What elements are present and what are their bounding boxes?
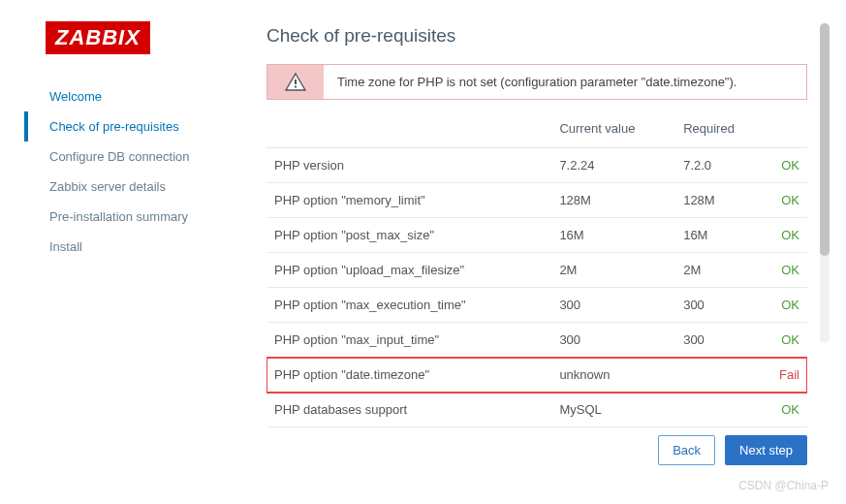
cell-current: 7.2.24 xyxy=(551,148,675,183)
svg-rect-0 xyxy=(295,79,297,84)
cell-required: 300 xyxy=(675,323,771,358)
cell-current: 300 xyxy=(551,288,675,323)
cell-required: 16M xyxy=(675,218,771,253)
table-row: PHP option "post_max_size"16M16MOK xyxy=(266,218,807,253)
table-row: PHP option "max_input_time"300300OK xyxy=(266,323,807,358)
cell-current: unknown xyxy=(551,358,675,393)
cell-status: OK xyxy=(771,253,807,288)
table-row: PHP option "max_execution_time"300300OK xyxy=(266,288,807,323)
cell-status: OK xyxy=(771,218,807,253)
cell-status: OK xyxy=(771,323,807,358)
cell-name: PHP option "max_execution_time" xyxy=(266,288,551,323)
cell-current: 2M xyxy=(551,253,675,288)
col-name xyxy=(266,111,551,148)
cell-required: 2M xyxy=(675,253,771,288)
cell-current: MySQL xyxy=(551,393,675,427)
cell-name: PHP databases support xyxy=(266,393,551,427)
cell-required: 300 xyxy=(675,288,771,323)
table-row: PHP version7.2.247.2.0OK xyxy=(266,148,807,183)
alert-message: Time zone for PHP is not set (configurat… xyxy=(324,65,806,99)
col-required: Required xyxy=(675,111,771,148)
cell-status: OK xyxy=(771,148,807,183)
prerequisites-table: Current value Required PHP version7.2.24… xyxy=(266,111,807,427)
back-button[interactable]: Back xyxy=(658,435,715,465)
col-status xyxy=(771,111,807,148)
scrollbar-thumb[interactable] xyxy=(820,23,830,256)
sidebar-item-5[interactable]: Install xyxy=(24,232,247,262)
cell-name: PHP option "date.timezone" xyxy=(266,358,551,393)
cell-name: PHP option "post_max_size" xyxy=(266,218,551,253)
cell-current: 16M xyxy=(551,218,675,253)
table-row: PHP option "upload_max_filesize"2M2MOK xyxy=(266,253,807,288)
alert-box: Time zone for PHP is not set (configurat… xyxy=(266,64,807,100)
cell-current: 128M xyxy=(551,183,675,218)
cell-status: OK xyxy=(771,288,807,323)
cell-required: 7.2.0 xyxy=(675,148,771,183)
cell-status: OK xyxy=(771,393,807,427)
sidebar-item-0[interactable]: Welcome xyxy=(24,81,247,111)
cell-name: PHP option "max_input_time" xyxy=(266,323,551,358)
svg-rect-1 xyxy=(295,85,297,87)
next-step-button[interactable]: Next step xyxy=(725,435,807,465)
cell-status: OK xyxy=(771,183,807,218)
sidebar-item-3[interactable]: Zabbix server details xyxy=(24,172,247,202)
table-row: PHP option "memory_limit"128M128MOK xyxy=(266,183,807,218)
sidebar-item-2[interactable]: Configure DB connection xyxy=(24,142,247,172)
cell-name: PHP option "upload_max_filesize" xyxy=(266,253,551,288)
cell-required xyxy=(675,358,771,393)
sidebar-item-1[interactable]: Check of pre-requisites xyxy=(24,111,247,142)
table-row: PHP option "date.timezone"unknownFail xyxy=(266,358,807,393)
page-title: Check of pre-requisites xyxy=(266,25,807,47)
watermark: CSDN @China-P xyxy=(738,479,829,492)
col-current: Current value xyxy=(551,111,675,148)
zabbix-logo: ZABBIX xyxy=(46,21,150,54)
cell-required: 128M xyxy=(675,183,771,218)
warning-icon xyxy=(267,65,324,99)
cell-name: PHP version xyxy=(266,148,551,183)
sidebar-item-4[interactable]: Pre-installation summary xyxy=(24,202,247,232)
cell-name: PHP option "memory_limit" xyxy=(266,183,551,218)
scrollbar[interactable] xyxy=(820,23,830,343)
cell-current: 300 xyxy=(551,323,675,358)
cell-required xyxy=(675,393,771,427)
table-row: PHP databases supportMySQLOK xyxy=(266,393,807,427)
cell-status: Fail xyxy=(771,358,807,393)
